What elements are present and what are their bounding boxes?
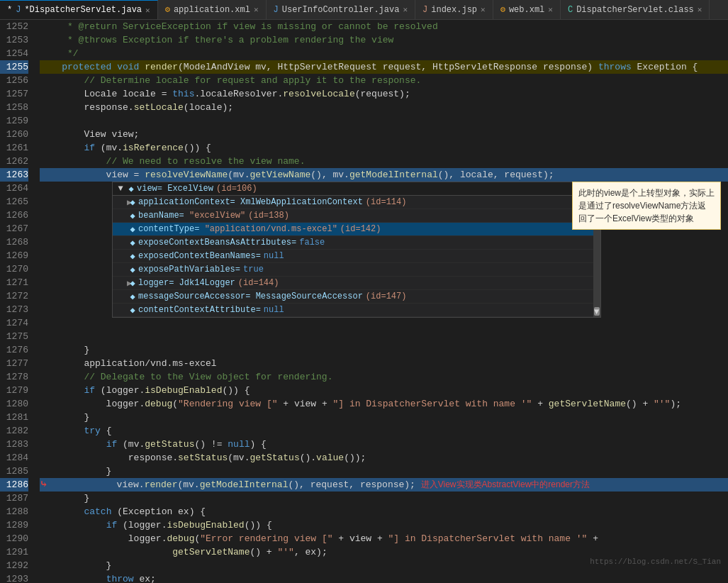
expand-contenttype[interactable] [116,224,127,234]
tab-icon-userinfo: J [274,5,279,15]
ln-1282: 1282 [0,424,28,438]
debug-label-logger: logger= Jdk14Logger [138,278,235,288]
tab-appxml[interactable]: ⚙ application.xml ✕ [158,0,267,19]
ln-1252: 1252 [0,20,28,33]
ln-1285: 1285 [0,465,28,478]
ln-1276: 1276 [0,343,28,357]
tab-label-dispatcher: *DispatcherServlet.java [24,5,142,15]
debug-label-expose: exposeContextBeansAsAttributes= [138,238,296,248]
code-line-1283: if (mv.getStatus() != null) { [40,438,728,451]
tab-label-dispclass: DispatcherServlet.class [576,5,694,15]
expand-logger[interactable]: ▶ [116,278,127,289]
tab-close-indexjsp[interactable]: ✕ [481,5,486,14]
code-line-1274 [40,316,728,330]
tab-close-webxml[interactable]: ✕ [548,5,553,14]
code-line-1276: } [40,343,728,357]
code-line-1252: * @return ServiceException if view is mi… [40,20,728,33]
line-numbers: 1252 1253 1254 1255 1256 1257 1258 1259 … [0,20,34,583]
debug-label-contentattr: contentContextAttribute= [138,305,261,315]
debug-label-msgsrc: messageSourceAccessor= MessageSourceAcce… [138,292,363,301]
debug-row-contentattr[interactable]: ◆ contentContextAttribute= null [113,304,600,317]
debug-row-beanname[interactable]: ◆ beanName= "excelView" (id=138) [113,209,600,223]
tab-bar: J *DispatcherServlet.java ✕ ⚙ applicatio… [0,0,728,20]
debug-row-expose[interactable]: ◆ exposeContextBeansAsAttributes= false [113,236,600,250]
expand-beanname[interactable] [116,211,127,221]
debug-icon-expose: ◆ [127,238,138,248]
ln-1271: 1271 [0,276,28,289]
debug-row-exposepath[interactable]: ◆ exposePathVariables= true [113,263,600,277]
tab-webxml[interactable]: ⚙ web.xml ✕ [493,0,561,19]
ln-1278: 1278 [0,370,28,384]
ln-1254: 1254 [0,47,28,60]
watermark: https://blog.csdn.net/S_Tian [590,557,721,566]
debug-icon-exposedbeans: ◆ [127,251,138,262]
expand-exposedbeans[interactable] [116,251,127,261]
tab-userinfo[interactable]: J UserInfoController.java ✕ [267,0,415,19]
debug-popup-header-row[interactable]: ▼ ◆ view= ExcelView (id=106) [113,182,600,196]
ln-1292: 1292 [0,559,28,572]
expand-contentattr[interactable] [116,305,127,315]
ln-1255: 1255 [0,60,28,74]
expand-expose[interactable] [116,238,127,248]
debug-row-appctx[interactable]: ▶ ◆ applicationContext= XmlWebApplicatio… [113,196,600,209]
tab-icon-indexjsp: J [422,5,427,15]
debug-value-beanname: (id=138) [248,211,289,221]
tab-label-indexjsp: index.jsp [431,5,477,15]
debug-icon-beanname: ◆ [127,211,138,221]
debug-row-contenttype[interactable]: ◆ contentType= "application/vnd.ms-excel… [113,223,600,236]
ln-1291: 1291 [0,545,28,559]
ln-1261: 1261 [0,141,28,155]
scroll-down-btn[interactable]: ▼ [594,307,600,316]
debug-icon-contenttype: ◆ [127,224,138,235]
code-line-1293: throw ex; [40,572,728,583]
tab-label-appxml: application.xml [174,5,250,15]
ln-1281: 1281 [0,411,28,424]
debug-view-label: view= ExcelView [137,184,213,194]
code-area[interactable]: 1252 1253 1254 1255 1256 1257 1258 1259 … [0,20,728,583]
expand-view-icon[interactable]: ▼ [116,184,125,194]
tab-label-webxml: web.xml [509,5,544,15]
ln-1287: 1287 [0,492,28,505]
code-line-1282: try { [40,424,728,438]
code-line-1263: view = resolveViewName(mv.getViewName(),… [40,168,728,182]
debug-popup[interactable]: ▼ ◆ view= ExcelView (id=106) ▶ ◆ applica… [112,182,601,318]
debug-label-contenttype: contentType= "application/vnd.ms-excel" [138,224,337,234]
expand-exposepath[interactable] [116,265,127,274]
tab-dispclass[interactable]: C DispatcherServlet.class ✕ [561,0,710,19]
debug-icon-msgsrc: ◆ [127,292,138,302]
debug-icon-exposepath: ◆ [127,265,138,275]
debug-value-appctx: (id=114) [366,197,407,207]
tab-icon-dispatcher: J [16,5,21,15]
tab-close-appxml[interactable]: ✕ [254,5,259,14]
code-content[interactable]: * @return ServiceException if view is mi… [34,20,728,583]
debug-icon-logger: ◆ [127,278,138,289]
debug-type-diamond: ◆ [125,184,137,194]
ln-1293: 1293 [0,572,28,583]
ln-1259: 1259 [0,114,28,128]
tab-close-userinfo[interactable]: ✕ [403,5,408,14]
code-line-1275 [40,330,728,343]
tab-close-dispatcher[interactable]: ✕ [145,6,150,15]
tab-label-userinfo: UserInfoController.java [282,5,400,15]
code-line-1262: // We need to resolve the view name. [40,155,728,168]
expand-msgsrc[interactable] [116,292,127,301]
tab-indexjsp[interactable]: J index.jsp ✕ [415,0,493,19]
debug-row-msgsrc[interactable]: ◆ messageSourceAccessor= MessageSourceAc… [113,290,600,304]
ln-1267: 1267 [0,222,28,235]
ln-1264: 1264 [0,182,28,195]
code-line-1259 [40,114,728,128]
tab-close-dispclass[interactable]: ✕ [698,5,702,14]
tab-dispatcher[interactable]: J *DispatcherServlet.java ✕ [0,0,158,19]
ln-1260: 1260 [0,128,28,141]
code-line-1253: * @throws Exception if there's a problem… [40,33,728,47]
ln-1290: 1290 [0,532,28,545]
code-line-1281: } [40,411,728,424]
expand-appctx[interactable]: ▶ [116,197,127,208]
debug-row-logger[interactable]: ▶ ◆ logger= Jdk14Logger (id=144) [113,277,600,290]
ln-1262: 1262 [0,155,28,168]
ln-1266: 1266 [0,209,28,222]
code-line-1254: */ [40,47,728,60]
ln-1277: 1277 [0,357,28,370]
debug-row-exposedbeans[interactable]: ◆ exposedContextBeanNames= null [113,250,600,263]
debug-value-expose: false [299,238,325,248]
